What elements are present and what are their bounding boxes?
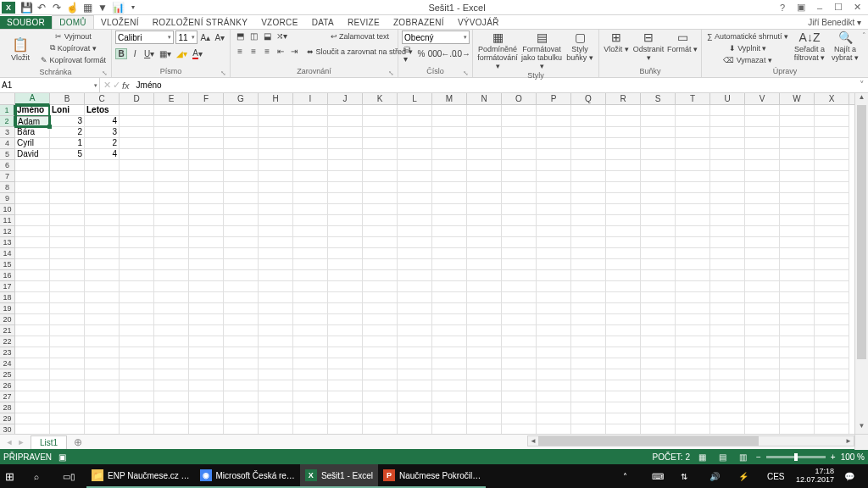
- cell[interactable]: [398, 127, 432, 138]
- cell[interactable]: [432, 226, 467, 237]
- enter-formula-icon[interactable]: ✓: [113, 80, 120, 91]
- cell[interactable]: [328, 138, 363, 149]
- cell[interactable]: [745, 171, 780, 182]
- cell[interactable]: [606, 358, 641, 369]
- cell[interactable]: [467, 127, 502, 138]
- cell[interactable]: [85, 248, 120, 259]
- cell[interactable]: [502, 105, 537, 116]
- cell[interactable]: [328, 413, 363, 424]
- cell[interactable]: [537, 281, 571, 292]
- cell[interactable]: [15, 402, 50, 413]
- cell[interactable]: [676, 193, 710, 204]
- cell[interactable]: [676, 391, 710, 402]
- cell[interactable]: [432, 402, 467, 413]
- normal-view-icon[interactable]: ▦: [695, 451, 710, 463]
- cell[interactable]: [676, 248, 710, 259]
- cell[interactable]: [745, 270, 780, 281]
- cell[interactable]: [293, 226, 328, 237]
- undo-icon[interactable]: ↶: [34, 1, 49, 14]
- cell[interactable]: [50, 204, 85, 215]
- new-sheet-button[interactable]: ⊕: [70, 435, 86, 450]
- row-header[interactable]: 19: [0, 303, 14, 314]
- cell[interactable]: [50, 413, 85, 424]
- cell[interactable]: [710, 292, 745, 303]
- cell[interactable]: [259, 215, 293, 226]
- zoom-thumb[interactable]: [794, 453, 798, 461]
- cell[interactable]: [571, 116, 606, 127]
- scroll-left-icon[interactable]: ◄: [528, 437, 538, 445]
- cell[interactable]: [189, 215, 224, 226]
- close-button[interactable]: ✕: [848, 1, 866, 14]
- cell[interactable]: [780, 171, 815, 182]
- cell[interactable]: [15, 369, 50, 380]
- cell[interactable]: [189, 413, 224, 424]
- cell[interactable]: [467, 160, 502, 171]
- cell[interactable]: [293, 105, 328, 116]
- cell[interactable]: [571, 369, 606, 380]
- comma-format-icon[interactable]: 000: [429, 48, 441, 59]
- cell[interactable]: [154, 336, 189, 347]
- increase-decimal-icon[interactable]: ←.0: [442, 48, 455, 59]
- cell[interactable]: [571, 358, 606, 369]
- cell[interactable]: [398, 336, 432, 347]
- cell[interactable]: [293, 391, 328, 402]
- cell[interactable]: [432, 380, 467, 391]
- cell[interactable]: [641, 193, 676, 204]
- row-header[interactable]: 16: [0, 270, 14, 281]
- column-header[interactable]: J: [328, 93, 363, 104]
- cell[interactable]: [398, 424, 432, 434]
- tab-formulas[interactable]: VZORCE: [254, 16, 304, 29]
- cell[interactable]: [189, 116, 224, 127]
- cell[interactable]: [537, 347, 571, 358]
- row-header[interactable]: 29: [0, 413, 14, 424]
- cell[interactable]: [676, 325, 710, 336]
- tab-developer[interactable]: VÝVOJÁŘ: [451, 16, 506, 29]
- cell[interactable]: [363, 281, 398, 292]
- clear-button[interactable]: ⌫ Vymazat ▾: [705, 54, 790, 65]
- cell[interactable]: [363, 215, 398, 226]
- cell[interactable]: [259, 204, 293, 215]
- cell[interactable]: [606, 116, 641, 127]
- cell[interactable]: [641, 402, 676, 413]
- cell[interactable]: [676, 237, 710, 248]
- cell[interactable]: [780, 138, 815, 149]
- cell[interactable]: [15, 325, 50, 336]
- cell[interactable]: [467, 402, 502, 413]
- row-header[interactable]: 4: [0, 138, 14, 149]
- cell[interactable]: [154, 358, 189, 369]
- cell[interactable]: [780, 193, 815, 204]
- cell[interactable]: [780, 336, 815, 347]
- cell[interactable]: [328, 380, 363, 391]
- row-header[interactable]: 13: [0, 237, 14, 248]
- cell[interactable]: [606, 325, 641, 336]
- cell[interactable]: [328, 226, 363, 237]
- cell[interactable]: [398, 160, 432, 171]
- cell[interactable]: [259, 380, 293, 391]
- cell[interactable]: [710, 358, 745, 369]
- cell[interactable]: [815, 358, 849, 369]
- cell[interactable]: [224, 105, 259, 116]
- cell[interactable]: [85, 171, 120, 182]
- column-header[interactable]: K: [363, 93, 398, 104]
- cell[interactable]: [224, 424, 259, 434]
- cell[interactable]: [259, 105, 293, 116]
- cell[interactable]: [189, 259, 224, 270]
- tray-keyboard-icon[interactable]: ⌨: [647, 464, 676, 488]
- cell[interactable]: [641, 226, 676, 237]
- column-header[interactable]: O: [502, 93, 537, 104]
- cell[interactable]: [467, 424, 502, 434]
- tab-view[interactable]: ZOBRAZENÍ: [387, 16, 451, 29]
- cell[interactable]: [363, 369, 398, 380]
- cell[interactable]: [224, 391, 259, 402]
- cell[interactable]: [641, 171, 676, 182]
- cell[interactable]: [120, 182, 154, 193]
- cell[interactable]: [815, 281, 849, 292]
- cell[interactable]: [15, 336, 50, 347]
- cell[interactable]: [259, 127, 293, 138]
- cell[interactable]: [606, 171, 641, 182]
- cell[interactable]: [398, 413, 432, 424]
- cell[interactable]: [85, 270, 120, 281]
- cell[interactable]: [293, 138, 328, 149]
- cell[interactable]: [328, 215, 363, 226]
- cell[interactable]: [398, 105, 432, 116]
